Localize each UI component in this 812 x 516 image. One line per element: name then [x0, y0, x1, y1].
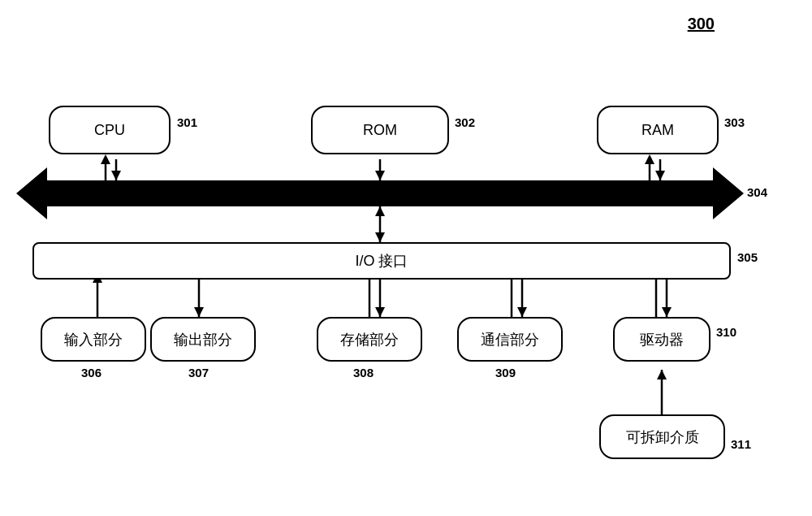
rom-label: ROM — [363, 122, 397, 139]
svg-marker-4 — [101, 154, 110, 164]
output-box: 输出部分 — [150, 317, 256, 362]
storage-label: 存储部分 — [340, 330, 399, 349]
driver-box: 驱动器 — [613, 317, 710, 362]
cpu-box: CPU — [49, 106, 171, 154]
ref-311: 311 — [731, 437, 751, 451]
output-label: 输出部分 — [174, 330, 232, 349]
svg-marker-8 — [375, 171, 385, 180]
ram-label: RAM — [641, 122, 674, 139]
io-box: I/O 接口 — [32, 242, 731, 280]
svg-marker-14 — [375, 206, 385, 216]
rom-box: ROM — [311, 106, 449, 154]
ref-304: 304 — [747, 185, 767, 199]
ram-box: RAM — [597, 106, 719, 154]
svg-marker-6 — [111, 171, 121, 180]
svg-marker-19 — [194, 307, 204, 317]
svg-marker-12 — [655, 171, 665, 180]
input-label: 输入部分 — [64, 330, 123, 349]
io-label: I/O 接口 — [355, 251, 408, 271]
ref-307: 307 — [188, 366, 209, 379]
svg-marker-27 — [517, 307, 527, 317]
media-box: 可拆卸介质 — [599, 414, 725, 459]
figure-label: 300 — [688, 15, 715, 33]
storage-box: 存储部分 — [317, 317, 422, 362]
ref-301: 301 — [177, 115, 197, 129]
ref-308: 308 — [353, 366, 374, 379]
comm-label: 通信部分 — [481, 330, 539, 349]
ref-303: 303 — [724, 115, 745, 129]
diagram: 300 — [0, 0, 812, 516]
svg-marker-23 — [375, 307, 385, 317]
svg-rect-0 — [47, 180, 713, 206]
media-label: 可拆卸介质 — [626, 427, 699, 447]
ref-309: 309 — [495, 366, 516, 379]
ref-302: 302 — [455, 115, 475, 129]
svg-marker-2 — [713, 167, 744, 219]
svg-marker-33 — [657, 370, 667, 379]
driver-label: 驱动器 — [640, 330, 684, 349]
svg-marker-15 — [375, 232, 385, 242]
cpu-label: CPU — [94, 122, 125, 139]
comm-box: 通信部分 — [457, 317, 563, 362]
input-box: 输入部分 — [41, 317, 146, 362]
ref-305: 305 — [737, 250, 758, 264]
svg-marker-10 — [645, 154, 654, 164]
svg-marker-31 — [662, 307, 672, 317]
svg-marker-1 — [16, 167, 47, 219]
ref-310: 310 — [716, 325, 736, 339]
ref-306: 306 — [81, 366, 102, 379]
